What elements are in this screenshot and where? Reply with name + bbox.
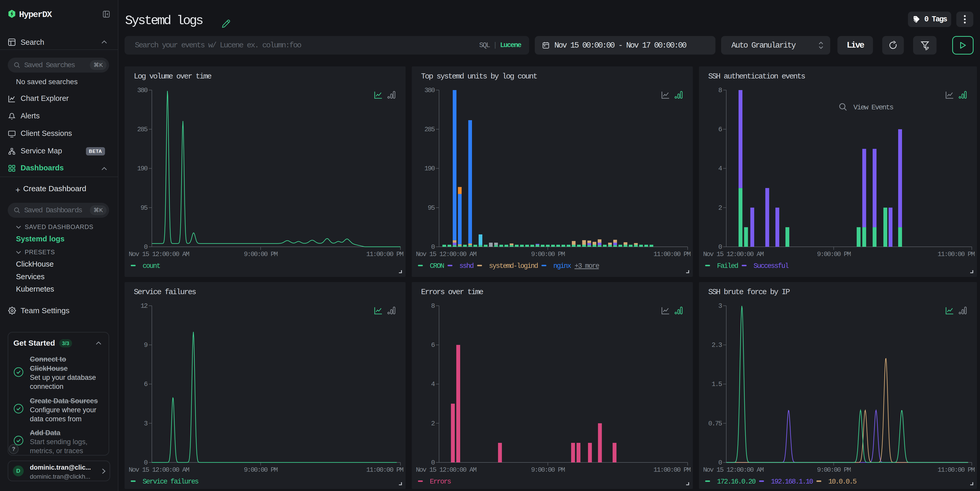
svg-text:11:00:00 PM: 11:00:00 PM: [654, 466, 690, 474]
svg-text:172.16.0.20: 172.16.0.20: [717, 478, 756, 486]
svg-text:0: 0: [431, 243, 435, 251]
svg-text:9:00:00 PM: 9:00:00 PM: [531, 250, 565, 258]
svg-text:Service failures: Service failures: [143, 478, 199, 486]
svg-text:systemd-logind: systemd-logind: [489, 262, 538, 270]
svg-text:9: 9: [144, 341, 148, 349]
svg-text:9:00:00 PM: 9:00:00 PM: [244, 466, 278, 474]
svg-text:CRON: CRON: [430, 262, 444, 270]
svg-text:2: 2: [718, 204, 722, 212]
svg-text:95: 95: [140, 204, 148, 212]
svg-text:Nov 15 12:00:00 AM: Nov 15 12:00:00 AM: [703, 250, 764, 258]
svg-text:3: 3: [718, 302, 722, 310]
svg-text:8: 8: [718, 86, 722, 94]
svg-text:0: 0: [144, 243, 148, 251]
svg-text:4: 4: [718, 165, 722, 172]
svg-text:4: 4: [431, 380, 435, 388]
svg-text:11:00:00 PM: 11:00:00 PM: [366, 250, 403, 258]
svg-text:380: 380: [425, 86, 435, 94]
svg-text:190: 190: [137, 165, 148, 172]
svg-text:1.5: 1.5: [711, 380, 722, 388]
svg-text:Nov 15 12:00:00 AM: Nov 15 12:00:00 AM: [416, 466, 476, 474]
svg-text:3: 3: [144, 420, 148, 427]
svg-text:9:00:00 PM: 9:00:00 PM: [817, 466, 851, 474]
svg-text:9:00:00 PM: 9:00:00 PM: [531, 466, 565, 474]
svg-text:2.3: 2.3: [711, 341, 722, 349]
svg-text:Errors: Errors: [430, 478, 451, 486]
svg-text:+3 more: +3 more: [574, 262, 599, 270]
svg-text:6: 6: [144, 380, 148, 388]
svg-text:11:00:00 PM: 11:00:00 PM: [654, 250, 690, 258]
svg-text:6: 6: [718, 126, 722, 133]
svg-text:11:00:00 PM: 11:00:00 PM: [366, 466, 403, 474]
svg-text:Nov 15 12:00:00 AM: Nov 15 12:00:00 AM: [416, 250, 476, 258]
svg-text:192.168.1.10: 192.168.1.10: [771, 478, 813, 486]
svg-text:11:00:00 PM: 11:00:00 PM: [937, 250, 975, 258]
svg-text:12: 12: [140, 302, 148, 310]
svg-text:0.75: 0.75: [708, 420, 722, 427]
svg-text:0: 0: [718, 243, 722, 251]
svg-text:Successful: Successful: [754, 262, 789, 270]
svg-text:285: 285: [425, 126, 435, 133]
svg-text:10.0.0.5: 10.0.0.5: [828, 478, 856, 486]
svg-text:sshd: sshd: [460, 262, 474, 270]
svg-text:285: 285: [137, 126, 148, 133]
svg-text:Nov 15 12:00:00 AM: Nov 15 12:00:00 AM: [703, 466, 764, 474]
svg-text:Failed: Failed: [717, 262, 738, 270]
svg-text:11:00:00 PM: 11:00:00 PM: [937, 466, 975, 474]
svg-text:8: 8: [431, 302, 435, 310]
svg-text:0: 0: [431, 459, 435, 467]
svg-text:Nov 15 12:00:00 AM: Nov 15 12:00:00 AM: [129, 466, 189, 474]
svg-text:95: 95: [428, 204, 435, 212]
svg-text:380: 380: [137, 86, 148, 94]
svg-text:190: 190: [425, 165, 435, 172]
svg-text:0: 0: [144, 459, 148, 467]
svg-text:nginx: nginx: [553, 262, 571, 270]
svg-text:View Events: View Events: [853, 103, 893, 111]
svg-text:9:00:00 PM: 9:00:00 PM: [244, 250, 278, 258]
svg-text:6: 6: [431, 341, 435, 349]
svg-text:count: count: [143, 262, 160, 270]
svg-text:0: 0: [718, 459, 722, 467]
svg-text:Nov 15 12:00:00 AM: Nov 15 12:00:00 AM: [129, 250, 189, 258]
svg-text:9:00:00 PM: 9:00:00 PM: [817, 250, 851, 258]
svg-text:2: 2: [431, 420, 435, 427]
